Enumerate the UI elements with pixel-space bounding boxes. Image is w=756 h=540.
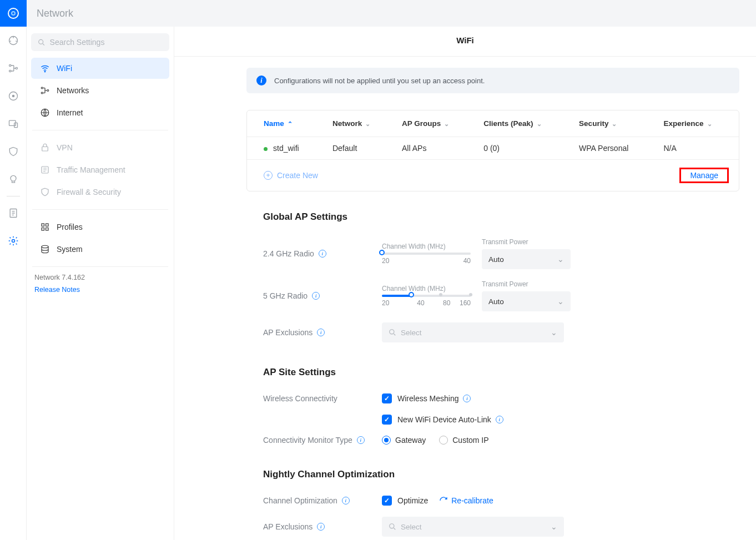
rail-security-icon[interactable] (0, 138, 27, 165)
sidebar-item-system[interactable]: System (31, 239, 169, 260)
rail-divider (7, 196, 20, 196)
search-input[interactable] (50, 38, 163, 47)
svg-point-7 (12, 95, 14, 97)
info-icon[interactable]: i (317, 329, 325, 336)
rail-settings-icon[interactable] (0, 227, 27, 255)
create-new-button[interactable]: + Create New (264, 171, 318, 180)
traffic-icon (39, 165, 51, 175)
alert-text: Configurations will not be applied until… (274, 77, 485, 85)
info-icon[interactable]: i (317, 523, 325, 531)
sidebar-item-vpn: VPN (31, 137, 169, 158)
sidebar-item-label: VPN (57, 143, 73, 152)
rail-radio-icon[interactable] (0, 82, 27, 110)
sidebar-item-traffic: Traffic Management (31, 159, 169, 180)
topbar: Network (27, 0, 756, 27)
svg-point-25 (42, 245, 48, 248)
info-icon: i (256, 75, 266, 85)
page-title: WiFi (174, 27, 756, 57)
col-ap-groups[interactable]: AP Groups⌄ (394, 110, 476, 137)
checkbox-auto-link[interactable] (382, 415, 392, 425)
globe-icon (39, 108, 51, 118)
sidebar-divider (32, 209, 168, 210)
select-nightly-exclusions[interactable]: Select ⌄ (382, 517, 564, 537)
label-transmit-power: Transmit Power (482, 238, 571, 246)
info-icon[interactable]: i (463, 395, 471, 402)
annotation-highlight: Manage (679, 168, 729, 183)
svg-rect-23 (42, 228, 44, 231)
sidebar-item-label: Internet (57, 108, 83, 117)
shield-icon (39, 187, 51, 197)
label-monitor-type: Connectivity Monitor Typei (246, 436, 382, 445)
svg-point-27 (390, 524, 394, 528)
sidebar-item-firewall: Firewall & Security (31, 181, 169, 203)
sidebar-divider (32, 130, 168, 130)
svg-point-13 (39, 39, 43, 44)
svg-point-5 (16, 67, 17, 69)
slider-5ghz[interactable] (382, 295, 471, 297)
select-ap-exclusions[interactable]: Select ⌄ (382, 322, 564, 342)
status-dot-icon (264, 147, 268, 151)
networks-icon (39, 85, 51, 95)
cell-network: Default (325, 137, 394, 160)
app-logo[interactable] (0, 0, 27, 27)
rail-dashboard-icon[interactable] (0, 27, 27, 54)
manage-button[interactable]: Manage (682, 168, 726, 183)
sidebar-item-label: Profiles (57, 223, 83, 231)
svg-point-17 (47, 90, 49, 92)
chevron-down-icon: ⌄ (365, 120, 370, 128)
chevron-down-icon: ⌄ (557, 297, 564, 306)
info-icon[interactable]: i (312, 292, 320, 300)
chevron-down-icon: ⌄ (444, 120, 449, 128)
rail-topology-icon[interactable] (0, 54, 27, 82)
radio-custom-ip[interactable] (439, 436, 448, 445)
system-icon (39, 244, 51, 254)
sidebar-item-label: Firewall & Security (57, 188, 121, 196)
sidebar-item-internet[interactable]: Internet (31, 102, 169, 123)
info-icon[interactable]: i (342, 497, 350, 504)
label-5ghz: 5 GHz Radioi (246, 291, 382, 300)
settings-sidebar: WiFi Networks Internet VPN Traffi (27, 27, 174, 540)
search-settings[interactable] (31, 33, 169, 51)
cell-experience: N/A (656, 137, 739, 160)
label-ap-exclusions-2: AP Exclusionsi (246, 522, 382, 531)
rail-insights-icon[interactable] (0, 165, 27, 193)
svg-point-26 (390, 330, 394, 334)
svg-point-4 (9, 70, 11, 72)
label-channel-width: Channel Width (MHz) (382, 285, 471, 292)
icon-rail (0, 0, 27, 540)
sidebar-item-wifi[interactable]: WiFi (31, 58, 169, 79)
rail-logs-icon[interactable] (0, 199, 27, 227)
sidebar-item-networks[interactable]: Networks (31, 80, 169, 101)
checkbox-optimize[interactable] (382, 496, 392, 506)
dropdown-tp-24[interactable]: Auto⌄ (482, 249, 571, 269)
rail-devices-icon[interactable] (0, 110, 27, 138)
svg-point-15 (41, 87, 43, 89)
release-notes-link[interactable]: Release Notes (34, 286, 166, 294)
info-icon[interactable]: i (496, 416, 503, 423)
label-channel-width: Channel Width (MHz) (382, 243, 471, 250)
recalibrate-button[interactable]: Re-calibrate (439, 496, 493, 505)
cell-ap-groups: All APs (394, 137, 476, 160)
radio-gateway[interactable] (382, 436, 391, 445)
svg-rect-19 (42, 147, 48, 152)
col-network[interactable]: Network⌄ (325, 110, 394, 137)
sort-asc-icon: ⌃ (288, 120, 293, 128)
info-icon[interactable]: i (357, 436, 365, 444)
svg-rect-21 (42, 224, 44, 226)
info-icon[interactable]: i (319, 250, 326, 258)
chevron-down-icon: ⌄ (551, 328, 557, 337)
col-clients[interactable]: Clients (Peak)⌄ (476, 110, 571, 137)
col-security[interactable]: Security⌄ (571, 110, 656, 137)
col-experience[interactable]: Experience⌄ (656, 110, 739, 137)
svg-rect-22 (46, 224, 49, 226)
label-ap-exclusions: AP Exclusionsi (246, 328, 382, 337)
checkbox-wireless-meshing[interactable] (382, 393, 392, 403)
chevron-down-icon: ⌄ (707, 120, 712, 128)
chevron-down-icon: ⌄ (551, 522, 557, 531)
table-row[interactable]: std_wifi Default All APs 0 (0) WPA Perso… (247, 137, 739, 160)
dropdown-tp-5[interactable]: Auto⌄ (482, 291, 571, 311)
col-name[interactable]: Name⌃ (247, 110, 325, 137)
label-transmit-power: Transmit Power (482, 280, 571, 288)
sidebar-item-profiles[interactable]: Profiles (31, 216, 169, 238)
slider-24ghz[interactable] (382, 253, 471, 255)
